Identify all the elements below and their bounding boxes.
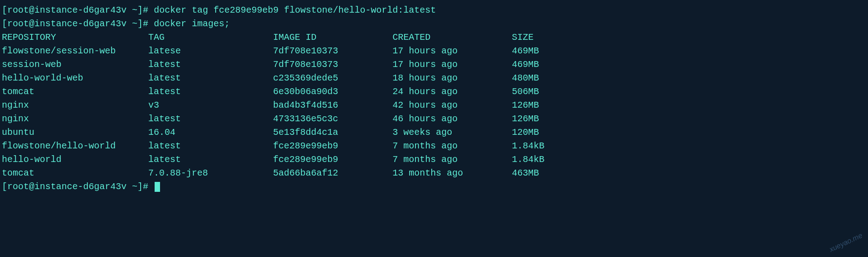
- command-text-1: docker tag fce289e99eb9 flowstone/hello-…: [154, 5, 436, 15]
- prompt-symbol: #: [143, 5, 148, 15]
- table-row: tomcat latest 6e30b06a90d3 24 hours ago …: [2, 85, 866, 99]
- table-header-row: REPOSITORY TAG IMAGE ID CREATED SIZE: [2, 31, 866, 44]
- table-row: hello-world-web latest c235369dede5 18 h…: [2, 71, 866, 85]
- prompt-symbol: #: [143, 19, 148, 29]
- command-line-2: [root@instance-d6gar43v ~]# docker image…: [2, 17, 866, 31]
- prompt-path: ~: [132, 19, 137, 29]
- table-row: tomcat 7.0.88-jre8 5ad66ba6af12 13 month…: [2, 167, 866, 180]
- table-row: flowstone/session-web latese 7df708e1037…: [2, 44, 866, 58]
- table-row: ubuntu 16.04 5e13f8dd4c1a 3 weeks ago 12…: [2, 126, 866, 139]
- table-row: session-web latest 7df708e10373 17 hours…: [2, 58, 866, 71]
- table-row: nginx v3 bad4b3f4d516 42 hours ago 126MB: [2, 99, 866, 112]
- command-text-2: docker images;: [154, 19, 230, 29]
- prompt-path: ~: [132, 5, 137, 15]
- prompt-user-host: root@instance-d6gar43v: [7, 181, 127, 192]
- table-row: flowstone/hello-world latest fce289e99eb…: [2, 139, 866, 153]
- command-line-3[interactable]: [root@instance-d6gar43v ~]#: [2, 180, 866, 194]
- command-line-1: [root@instance-d6gar43v ~]# docker tag f…: [2, 4, 866, 17]
- prompt-user-host: root@instance-d6gar43v: [7, 5, 127, 15]
- prompt-user-host: root@instance-d6gar43v: [7, 19, 127, 29]
- table-row: nginx latest 4733136e5c3c 46 hours ago 1…: [2, 112, 866, 126]
- prompt-path: ~: [132, 181, 137, 192]
- watermark: xueyao.me: [827, 230, 864, 255]
- table-row: hello-world latest fce289e99eb9 7 months…: [2, 153, 866, 167]
- prompt-symbol: #: [143, 181, 148, 192]
- cursor-icon: [155, 182, 160, 192]
